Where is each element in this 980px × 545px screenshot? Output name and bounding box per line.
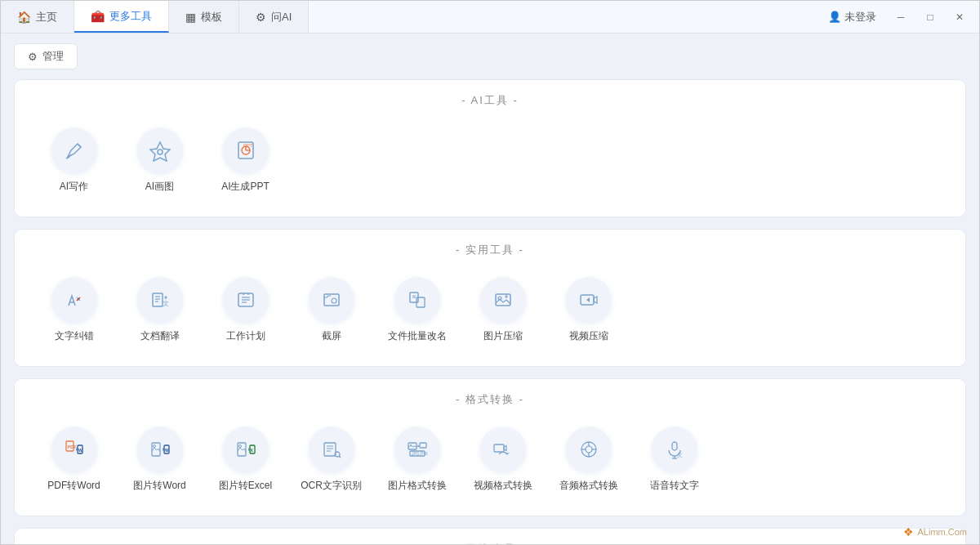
svg-text:PDF: PDF bbox=[67, 444, 77, 449]
img-to-excel-icon: X bbox=[223, 427, 269, 472]
ai-tools-grid: AI写作 AI画图 bbox=[31, 121, 949, 200]
tool-speech-to-text[interactable]: 文 语音转文字 bbox=[631, 420, 717, 499]
svg-rect-49 bbox=[672, 442, 677, 450]
watermark-text: ALimm.Com bbox=[917, 527, 967, 537]
ai-write-icon bbox=[51, 127, 97, 173]
svg-point-1 bbox=[158, 150, 163, 154]
section-ai-tools: - AI工具 - AI写作 bbox=[14, 79, 966, 217]
img-format-icon: JPG PNG bbox=[394, 427, 440, 472]
img-compress-icon bbox=[480, 277, 526, 323]
pdf-to-word-icon: PDF W bbox=[51, 427, 97, 472]
svg-text:PPT: PPT bbox=[243, 143, 253, 148]
title-bar: 🏠 主页 🧰 更多工具 ▦ 模板 ⚙ 问AI 👤 未登录 ─ □ ✕ bbox=[1, 1, 979, 34]
tab-template[interactable]: ▦ 模板 bbox=[169, 1, 239, 33]
section-format-convert: - 格式转换 - PDF W PDF转Word bbox=[14, 378, 966, 516]
ai-ppt-icon: PPT bbox=[223, 127, 269, 173]
ai-icon: ⚙ bbox=[256, 11, 266, 24]
user-area[interactable]: 👤 未登录 bbox=[820, 7, 884, 28]
manage-button[interactable]: ⚙ 管理 bbox=[14, 43, 78, 69]
tool-batch-rename[interactable]: 文件批量改名 bbox=[374, 270, 460, 350]
main-content: ⚙ 管理 - AI工具 - AI写作 bbox=[1, 34, 979, 544]
content-area: ⚙ 管理 - AI工具 - AI写作 bbox=[1, 34, 979, 544]
tab-home[interactable]: 🏠 主页 bbox=[1, 1, 74, 33]
svg-text:文: 文 bbox=[163, 300, 169, 307]
template-icon: ▦ bbox=[185, 11, 196, 24]
toolbar: ⚙ 管理 bbox=[14, 43, 966, 69]
svg-rect-46 bbox=[494, 444, 504, 452]
tool-ai-ppt[interactable]: PPT AI生成PPT bbox=[203, 121, 288, 200]
audio-format-icon bbox=[566, 427, 612, 472]
text-correct-icon bbox=[51, 277, 97, 323]
section-image-process: - 图片处理 - 加水印 bbox=[14, 528, 966, 544]
tool-img-to-word[interactable]: W 图片转Word bbox=[117, 420, 203, 499]
img-to-word-icon: W bbox=[137, 427, 183, 472]
svg-rect-5 bbox=[153, 293, 163, 306]
tool-ai-draw[interactable]: AI画图 bbox=[117, 121, 203, 200]
work-plan-icon bbox=[223, 277, 269, 323]
svg-marker-0 bbox=[150, 142, 170, 161]
speech-to-text-icon: 文 bbox=[652, 427, 697, 472]
maximize-button[interactable]: □ bbox=[917, 6, 943, 29]
tool-img-to-excel[interactable]: X 图片转Excel bbox=[203, 420, 288, 499]
svg-text:JPG  PNG: JPG PNG bbox=[412, 451, 428, 456]
title-bar-right: 👤 未登录 ─ □ ✕ bbox=[820, 1, 979, 33]
ai-draw-icon bbox=[137, 127, 183, 173]
tool-doc-translate[interactable]: 文 文档翻译 bbox=[117, 270, 203, 350]
section-image-title: - 图片处理 - bbox=[31, 542, 949, 544]
svg-point-48 bbox=[586, 446, 592, 453]
video-compress-icon bbox=[566, 277, 612, 323]
home-icon: 🏠 bbox=[17, 11, 31, 24]
tool-pdf-to-word[interactable]: PDF W PDF转Word bbox=[31, 420, 117, 499]
svg-rect-20 bbox=[496, 294, 510, 306]
tool-text-correct[interactable]: 文字纠错 bbox=[31, 270, 117, 350]
tool-ocr[interactable]: OCR文字识别 bbox=[288, 420, 374, 499]
tool-ai-write[interactable]: AI写作 bbox=[31, 121, 117, 200]
svg-rect-43 bbox=[420, 443, 426, 448]
tab-ask-ai[interactable]: ⚙ 问AI bbox=[239, 1, 309, 33]
gear-icon: ⚙ bbox=[28, 51, 38, 63]
svg-text:文: 文 bbox=[677, 452, 683, 458]
watermark-logo: ❖ bbox=[903, 525, 914, 538]
tool-work-plan[interactable]: 工作计划 bbox=[203, 270, 288, 350]
section-ai-tools-title: - AI工具 - bbox=[31, 93, 949, 108]
tools-icon: 🧰 bbox=[91, 10, 105, 23]
svg-text:W: W bbox=[78, 448, 82, 453]
tool-img-format[interactable]: JPG PNG 图片格式转换 bbox=[374, 420, 460, 499]
section-practical-title: - 实用工具 - bbox=[31, 243, 949, 257]
svg-point-32 bbox=[238, 445, 241, 448]
section-format-title: - 格式转换 - bbox=[31, 392, 949, 407]
tab-more-tools[interactable]: 🧰 更多工具 bbox=[74, 1, 169, 33]
doc-translate-icon: 文 bbox=[137, 277, 183, 323]
user-icon: 👤 bbox=[828, 11, 841, 23]
ocr-icon bbox=[309, 427, 354, 472]
tool-screenshot[interactable]: 截屏 bbox=[288, 270, 374, 350]
format-tools-grid: PDF W PDF转Word bbox=[31, 420, 949, 499]
svg-point-15 bbox=[332, 298, 336, 303]
practical-tools-grid: 文字纠错 文 文档翻译 bbox=[31, 270, 949, 350]
batch-rename-icon bbox=[394, 277, 440, 323]
tool-video-format[interactable]: 视频格式转换 bbox=[460, 420, 546, 499]
minimize-button[interactable]: ─ bbox=[888, 6, 914, 29]
watermark: ❖ ALimm.Com bbox=[903, 525, 967, 538]
svg-text:W: W bbox=[165, 448, 169, 453]
tool-img-compress[interactable]: 图片压缩 bbox=[460, 270, 546, 350]
svg-rect-35 bbox=[324, 443, 336, 456]
video-format-icon bbox=[480, 427, 526, 472]
close-button[interactable]: ✕ bbox=[947, 6, 973, 29]
svg-point-28 bbox=[153, 445, 155, 448]
tool-audio-format[interactable]: 音频格式转换 bbox=[546, 420, 631, 499]
section-practical-tools: - 实用工具 - 文字纠错 bbox=[14, 229, 966, 367]
svg-text:X: X bbox=[250, 448, 253, 453]
screenshot-icon bbox=[309, 277, 354, 323]
tool-video-compress[interactable]: 视频压缩 bbox=[546, 270, 631, 350]
svg-line-40 bbox=[339, 456, 341, 458]
